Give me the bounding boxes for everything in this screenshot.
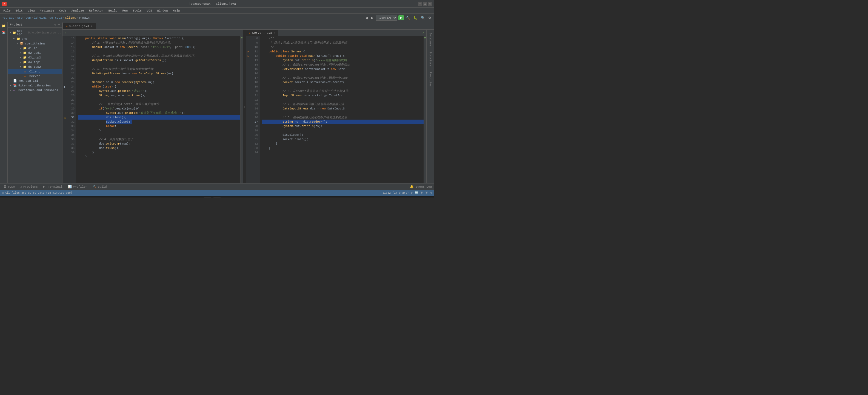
project-panel: Project ⚙ ─ ▼ 📁 net-app D:\code\javaspro…	[8, 22, 62, 183]
code-line-29: if("exit".equals(msg)){	[79, 107, 240, 111]
event-log[interactable]: 🔔 Event Log	[410, 185, 432, 189]
menu-code[interactable]: Code	[57, 8, 68, 13]
bottom-tab-profiler[interactable]: 📊 Profiler	[66, 184, 89, 190]
panel-collapse-icon[interactable]: ─	[58, 23, 60, 26]
menu-view[interactable]: View	[26, 8, 37, 13]
right-code-line-21: InputStream is = socket.getInputStr	[262, 93, 424, 97]
tree-item-d5tcp2[interactable]: ▼ 📁 d5_tcp2	[8, 64, 62, 69]
tree-item-d1ip[interactable]: ▶ 📁 d1_ip	[8, 46, 62, 51]
right-code-line-32: }	[262, 142, 424, 146]
code-line-28: // 一旦用户输入了exit，就退出客户端程序	[79, 102, 240, 107]
breadcrumb-net-app[interactable]: net-app	[2, 16, 14, 20]
menu-edit[interactable]: Edit	[13, 8, 25, 13]
status-position[interactable]: 31:32 (17 chars)	[382, 192, 409, 195]
status-line-ending[interactable]: 英	[425, 191, 428, 195]
breadcrumb-d5tcp2[interactable]: d5_tcp2	[50, 16, 62, 20]
menu-window[interactable]: Window	[155, 8, 170, 13]
tree-item-net-app[interactable]: ▼ 📁 net-app D:\code\javasprom...	[8, 29, 62, 36]
code-line-38: dos.flush();	[79, 146, 240, 150]
tree-item-client[interactable]: ☕ Client	[8, 69, 62, 74]
tree-label-com: com.itheima	[25, 42, 45, 45]
tab-client[interactable]: ☕ Client.java ✕	[62, 23, 96, 29]
sidebar-database-label[interactable]: Database	[428, 31, 432, 48]
menu-refactor[interactable]: Refactor	[87, 8, 106, 13]
back-button[interactable]: ◀	[364, 16, 369, 20]
code-line-22	[79, 76, 240, 80]
sidebar-project-icon[interactable]: 📁	[1, 23, 7, 29]
tree-item-d4tcp1[interactable]: ▶ 📁 d4_tcp1	[8, 60, 62, 64]
settings-button[interactable]: ⚙	[427, 16, 432, 20]
tree-item-scratches[interactable]: ▶ ✏ Scratches and Consoles	[8, 88, 62, 92]
tree-arrow-com: ▼	[17, 42, 20, 45]
status-encoding[interactable]: 英	[420, 191, 423, 195]
menu-file[interactable]: File	[1, 8, 12, 13]
close-button[interactable]: ✕	[428, 2, 432, 6]
taskbar-app-idea[interactable]: I	[213, 197, 221, 198]
left-code-body[interactable]: public static void main(String[] args) t…	[76, 36, 240, 183]
code-line-36: // 4. 开始写数据出去了	[79, 137, 240, 142]
panel-gear-icon[interactable]: ⚙	[55, 23, 56, 26]
menu-bar: File Edit View Navigate Code Analyze Ref…	[0, 8, 434, 14]
tree-item-d3udp2[interactable]: ▶ 📁 d3_udp2	[8, 55, 62, 60]
menu-run[interactable]: Run	[120, 8, 130, 13]
right-editor-server: ☕ Server.java ✕ ✓ ▶	[246, 30, 427, 183]
run-button[interactable]: ▶	[398, 16, 404, 20]
code-line-40: }	[79, 155, 240, 159]
menu-analyze[interactable]: Analyze	[69, 8, 86, 13]
editor-split-divider[interactable]: |	[243, 30, 246, 183]
breadcrumb-itheima[interactable]: itheima	[34, 16, 46, 20]
right-sidebar: Database Structure Favorites	[426, 30, 434, 183]
maximize-button[interactable]: □	[423, 2, 427, 6]
tree-item-d2upd1[interactable]: ▶ 📁 d2_upd1	[8, 51, 62, 55]
minimize-button[interactable]: ─	[418, 2, 422, 6]
build-button[interactable]: 🔨	[405, 16, 411, 20]
right-code-line-27-highlighted: String rs = dis.readUTF();	[262, 120, 424, 124]
tree-arrow-d4tcp1: ▶	[20, 61, 23, 64]
menu-tools[interactable]: Tools	[130, 8, 144, 13]
right-code-line-17: // 2. 使用serverSocket对象，调用一个acce	[262, 76, 424, 80]
bottom-tab-terminal[interactable]: ▶_ Terminal	[42, 184, 64, 190]
right-code-line-28: System.out.println(rs);	[262, 124, 424, 129]
title-bar-title: javasepromax - Client.java	[189, 2, 236, 5]
event-log-label: Event Log	[416, 185, 432, 189]
sidebar-favorites-label[interactable]: Favorites	[428, 70, 432, 89]
right-code-body[interactable]: /** * 目标：完成TCP通信快速入门-服务端开发：实现服务端 */ publ…	[260, 36, 424, 183]
run-config-dropdown[interactable]: Client (2)	[376, 15, 397, 21]
gutter-line-23	[62, 36, 67, 40]
breadcrumb-main[interactable]: ⊕ main	[79, 16, 90, 20]
server-tab-close[interactable]: ✕	[274, 31, 275, 34]
tree-item-ext-libs[interactable]: ▶ 📚 External Libraries	[8, 83, 62, 88]
bottom-tab-todo[interactable]: ☰ TODO	[2, 184, 17, 190]
breadcrumb-com[interactable]: com	[26, 16, 31, 20]
windows-start-button[interactable]: ⊞	[2, 197, 8, 198]
breadcrumb-src[interactable]: src	[17, 16, 23, 20]
tree-item-com-itheima[interactable]: ▼ 📦 com.itheima	[8, 41, 62, 46]
breadcrumb-client[interactable]: Client	[65, 16, 76, 20]
bottom-tab-build[interactable]: 🔨 Build	[91, 184, 108, 190]
status-bar-left: ☐ All files are up-to-date (38 minutes a…	[2, 191, 72, 195]
sidebar-learn-icon[interactable]: 📚	[1, 30, 7, 35]
tab-server[interactable]: ☕ Server.java ✕	[246, 30, 279, 36]
forward-button[interactable]: ▶	[370, 16, 375, 20]
menu-navigate[interactable]: Navigate	[37, 8, 57, 13]
menu-help[interactable]: Help	[171, 8, 182, 13]
right-editor-tabbar: ☕ Server.java ✕ ✓	[246, 30, 427, 36]
scroll-check-mark	[241, 37, 243, 38]
status-encoding-icon: 🔤	[415, 191, 418, 195]
todo-label: TODO	[8, 185, 15, 189]
tree-item-server[interactable]: ☕ Server	[8, 74, 62, 79]
tree-item-src[interactable]: ▼ 📁 src	[8, 36, 62, 41]
menu-vcs[interactable]: VCS	[145, 8, 154, 13]
left-scroll-gutter	[240, 36, 243, 183]
menu-build[interactable]: Build	[106, 8, 120, 13]
bottom-tab-problems[interactable]: ⚠ Problems	[19, 184, 39, 190]
status-indent[interactable]: 4	[430, 192, 432, 195]
search-button[interactable]: 🔍	[420, 16, 426, 20]
check-mark-left: ✓	[62, 31, 69, 34]
debug-button[interactable]: 🐛	[412, 16, 418, 20]
taskbar-app-ppt[interactable]: P	[204, 197, 211, 198]
tree-item-iml[interactable]: 📄 net-app.iml	[8, 79, 62, 83]
sidebar-structure-label[interactable]: Structure	[428, 49, 432, 68]
status-settings-icon[interactable]: ⚙	[411, 191, 413, 195]
client-tab-close[interactable]: ✕	[91, 24, 93, 28]
